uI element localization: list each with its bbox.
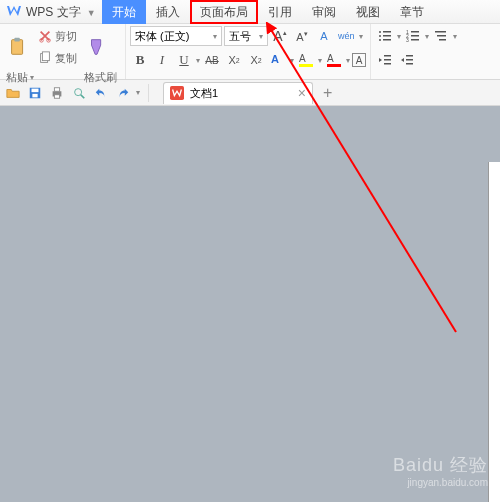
svg-rect-20 xyxy=(439,39,446,41)
svg-point-33 xyxy=(75,88,82,95)
italic-button[interactable]: I xyxy=(152,50,172,70)
bold-button[interactable]: B xyxy=(130,50,150,70)
svg-rect-1 xyxy=(14,38,19,42)
char-border-button[interactable]: A xyxy=(352,53,366,67)
svg-rect-26 xyxy=(406,63,413,65)
svg-rect-11 xyxy=(383,39,391,41)
tab-start[interactable]: 开始 xyxy=(102,0,146,24)
print-preview-icon[interactable] xyxy=(70,84,88,102)
ribbon-group-clipboard: 剪切 复制 粘贴 ▾ 格式刷 xyxy=(0,24,126,79)
app-menu-dropdown-icon[interactable]: ▼ xyxy=(85,0,102,23)
watermark-brand: Baidu 经验 xyxy=(393,455,488,475)
svg-rect-29 xyxy=(32,93,37,97)
document-canvas[interactable] xyxy=(0,106,500,502)
open-file-icon[interactable] xyxy=(4,84,22,102)
wps-doc-icon xyxy=(170,86,184,100)
new-tab-button[interactable]: + xyxy=(317,84,338,102)
svg-rect-19 xyxy=(437,35,446,37)
svg-point-6 xyxy=(379,31,381,33)
bullets-button[interactable] xyxy=(375,26,395,46)
paste-button[interactable] xyxy=(4,29,32,65)
tab-view[interactable]: 视图 xyxy=(346,0,390,24)
font-size-value: 五号 xyxy=(229,29,251,44)
ribbon: 剪切 复制 粘贴 ▾ 格式刷 宋体 (正文)▾ 五号▾ xyxy=(0,24,500,80)
menu-tabs: 开始 插入 页面布局 引用 审阅 视图 章节 xyxy=(102,0,434,24)
app-title: WPS 文字 xyxy=(26,0,85,23)
clear-formatting-button[interactable]: A xyxy=(314,26,334,46)
ribbon-group-font: 宋体 (正文)▾ 五号▾ A▴ A▾ A wén ▾ B I U▾ AB X2 … xyxy=(126,24,371,79)
svg-point-10 xyxy=(379,39,381,41)
increase-indent-button[interactable] xyxy=(397,50,417,70)
svg-rect-34 xyxy=(170,86,184,100)
tab-sections[interactable]: 章节 xyxy=(390,0,434,24)
font-size-select[interactable]: 五号▾ xyxy=(224,26,268,46)
svg-rect-23 xyxy=(384,63,391,65)
text-effects-button[interactable]: A xyxy=(268,50,288,70)
svg-rect-9 xyxy=(383,35,391,37)
decrease-indent-button[interactable] xyxy=(375,50,395,70)
superscript-button[interactable]: X2 xyxy=(224,50,244,70)
subscript-button[interactable]: X2 xyxy=(246,50,266,70)
print-icon[interactable] xyxy=(48,84,66,102)
cut-button[interactable]: 剪切 xyxy=(36,26,79,46)
svg-rect-25 xyxy=(406,59,413,61)
cut-label: 剪切 xyxy=(55,29,77,44)
svg-rect-22 xyxy=(384,59,391,61)
font-name-select[interactable]: 宋体 (正文)▾ xyxy=(130,26,222,46)
copy-label: 复制 xyxy=(55,51,77,66)
redo-icon[interactable] xyxy=(114,84,132,102)
title-bar: WPS 文字 ▼ 开始 插入 页面布局 引用 审阅 视图 章节 xyxy=(0,0,500,24)
page-edge xyxy=(488,162,500,502)
undo-icon[interactable] xyxy=(92,84,110,102)
tab-references[interactable]: 引用 xyxy=(258,0,302,24)
svg-rect-13 xyxy=(411,31,419,33)
save-icon[interactable] xyxy=(26,84,44,102)
document-tab-bar: 文档1 × + xyxy=(163,82,338,104)
document-tab-title: 文档1 xyxy=(190,86,218,101)
svg-rect-18 xyxy=(435,31,446,33)
format-painter-button[interactable] xyxy=(83,29,111,65)
numbering-button[interactable]: 123 xyxy=(403,26,423,46)
phonetic-guide-button[interactable]: wén xyxy=(336,26,357,46)
font-name-value: 宋体 (正文) xyxy=(135,29,189,44)
svg-rect-0 xyxy=(12,40,23,55)
close-tab-icon[interactable]: × xyxy=(298,85,306,101)
svg-rect-15 xyxy=(411,35,419,37)
wps-logo-icon xyxy=(6,4,22,20)
strikethrough-button[interactable]: AB xyxy=(202,50,222,70)
ribbon-group-paragraph: ▾ 123▾ ▾ xyxy=(371,24,461,79)
svg-rect-31 xyxy=(54,87,59,91)
svg-rect-7 xyxy=(383,31,391,33)
highlight-color-button[interactable]: A xyxy=(296,50,316,70)
document-tab[interactable]: 文档1 × xyxy=(163,82,313,104)
grow-font-button[interactable]: A▴ xyxy=(270,26,290,46)
watermark: Baidu 经验 jingyan.baidu.com xyxy=(393,453,488,488)
svg-rect-24 xyxy=(406,55,413,57)
svg-rect-28 xyxy=(32,88,39,92)
svg-rect-5 xyxy=(42,52,49,61)
svg-rect-17 xyxy=(411,39,419,41)
underline-button[interactable]: U xyxy=(174,50,194,70)
font-color-button[interactable]: A xyxy=(324,50,344,70)
svg-point-8 xyxy=(379,35,381,37)
watermark-url: jingyan.baidu.com xyxy=(393,477,488,488)
svg-rect-21 xyxy=(384,55,391,57)
copy-button[interactable]: 复制 xyxy=(36,48,79,68)
multilevel-list-button[interactable] xyxy=(431,26,451,46)
tab-page-layout[interactable]: 页面布局 xyxy=(190,0,258,24)
qat-customize-icon[interactable]: ▾ xyxy=(136,88,140,97)
svg-rect-32 xyxy=(54,94,59,98)
quick-access-toolbar: ▾ 文档1 × + xyxy=(0,80,500,106)
tab-insert[interactable]: 插入 xyxy=(146,0,190,24)
svg-text:3: 3 xyxy=(406,37,409,43)
shrink-font-button[interactable]: A▾ xyxy=(292,26,312,46)
tab-review[interactable]: 审阅 xyxy=(302,0,346,24)
